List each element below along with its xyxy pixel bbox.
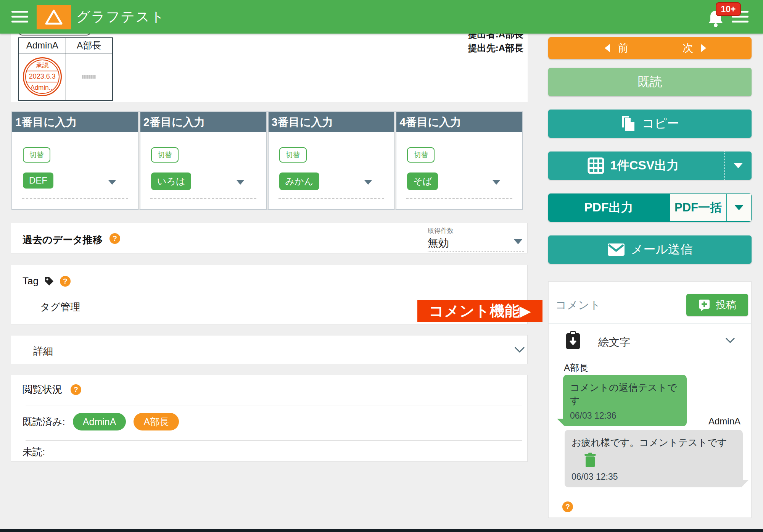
- csv-export-split-button: 1件CSV出力: [548, 152, 752, 180]
- column-header: 1番目に入力: [12, 112, 138, 132]
- select-underline: [278, 198, 385, 199]
- divider: [26, 440, 522, 440]
- column-header: 3番目に入力: [269, 112, 394, 132]
- detail-title: 詳細: [33, 345, 53, 358]
- comment-feature-annotation: コメント機能▶: [417, 300, 542, 322]
- stamp-name: Admin...: [26, 82, 59, 93]
- selected-value-badge[interactable]: いろは: [151, 172, 192, 190]
- approval-stamp-table: AdminA A部長 承認 2023.6.3 Admin...: [18, 37, 113, 101]
- approval-column-header: AdminA: [19, 38, 66, 53]
- dropdown-caret-icon[interactable]: [364, 180, 372, 185]
- read-user-chip[interactable]: A部長: [134, 413, 179, 430]
- comment-author: A部長: [564, 362, 588, 374]
- selected-value-badge[interactable]: DEF: [23, 172, 53, 189]
- read-user-chip[interactable]: AdminA: [73, 413, 126, 430]
- paste-icon[interactable]: [565, 331, 581, 350]
- app-header: グラフテスト 10+: [0, 0, 763, 34]
- comment-section-title: コメント: [555, 298, 601, 313]
- history-title: 過去のデータ推移: [23, 233, 103, 247]
- column-header: 4番目に入力: [396, 112, 522, 132]
- help-icon[interactable]: ?: [71, 384, 81, 395]
- dropdown-caret-icon[interactable]: [493, 180, 500, 185]
- table-grid-icon: [588, 157, 604, 174]
- copy-button[interactable]: コピー: [548, 110, 752, 138]
- view-status-panel: 閲覧状況 ? 既読済み: AdminA A部長 未読:: [11, 375, 528, 462]
- read-users-label: 既読済み:: [23, 415, 65, 429]
- prev-next-nav: 前 次: [548, 37, 752, 59]
- selected-value-badge[interactable]: みかん: [279, 172, 320, 190]
- input-column-1: 1番目に入力 切替 DEF: [12, 112, 138, 210]
- comment-time: 06/03 12:35: [565, 469, 743, 487]
- prev-arrow-icon: [605, 44, 610, 52]
- notification-count-badge[interactable]: 10+: [716, 2, 741, 16]
- tag-manage-link[interactable]: タグ管理: [40, 300, 80, 314]
- send-mail-button[interactable]: メール送信: [548, 235, 752, 264]
- dropdown-caret-icon: [514, 239, 522, 244]
- triangle-logo-icon: [45, 9, 63, 25]
- input-column-3: 3番目に入力 切替 みかん: [268, 112, 395, 210]
- select-underline: [150, 198, 256, 199]
- help-icon[interactable]: ?: [60, 276, 71, 287]
- fetch-count-label: 取得件数: [428, 226, 524, 235]
- destination-label: 提出先:A部長: [374, 41, 523, 55]
- emoji-label: 絵文字: [598, 335, 630, 350]
- select-underline: [22, 198, 128, 199]
- comment-bubble: コメントの返信テストです 06/03 12:36: [563, 375, 687, 426]
- copy-icon: [621, 115, 636, 132]
- chevron-down-icon[interactable]: [514, 346, 525, 353]
- toggle-button[interactable]: 切替: [407, 147, 435, 163]
- next-label: 次: [683, 41, 693, 55]
- selected-value-badge[interactable]: そば: [407, 172, 438, 190]
- approval-empty-cell: [66, 53, 113, 100]
- toggle-button[interactable]: 切替: [151, 147, 179, 163]
- delete-comment-trash-icon[interactable]: [584, 453, 597, 468]
- history-panel: 過去のデータ推移 ? 取得件数 無効: [11, 223, 528, 253]
- input-column-2: 2番目に入力 切替 いろは: [140, 112, 267, 210]
- unread-users-label: 未読:: [23, 445, 45, 459]
- divider: [549, 324, 751, 324]
- pdf-export-button[interactable]: PDF出力: [548, 193, 669, 222]
- send-mail-label: メール送信: [631, 241, 693, 258]
- approval-stamp: 承認 2023.6.3 Admin...: [23, 57, 62, 96]
- csv-export-button[interactable]: 1件CSV出力: [548, 152, 718, 180]
- app-logo[interactable]: [37, 5, 71, 29]
- next-button[interactable]: 次: [683, 37, 706, 59]
- approval-stamp-cell: 承認 2023.6.3 Admin...: [19, 53, 66, 100]
- view-status-title: 閲覧状況: [23, 383, 62, 396]
- next-arrow-icon: [701, 44, 706, 52]
- approval-column-header: A部長: [66, 38, 113, 53]
- select-underline: [406, 198, 512, 199]
- dropdown-caret-icon[interactable]: [237, 180, 244, 185]
- comment-bubble: お疲れ様です。コメントテストです 06/03 12:35: [565, 430, 743, 487]
- tag-icon: [44, 276, 55, 287]
- toggle-button[interactable]: 切替: [279, 147, 307, 163]
- input-columns-table: 1番目に入力 切替 DEF 2番目に入力 切替 いろは 3番目に入力 切替 みか…: [11, 111, 523, 210]
- dropdown-caret-icon: [734, 205, 744, 210]
- help-icon[interactable]: ?: [562, 501, 573, 512]
- help-icon[interactable]: ?: [109, 233, 120, 244]
- comment-text: コメントの返信テストです: [563, 375, 687, 408]
- comment-text: お疲れ様です。コメントテストです: [565, 430, 743, 450]
- detail-panel[interactable]: 詳細: [11, 335, 528, 364]
- chevron-down-icon[interactable]: [725, 337, 735, 343]
- dropdown-caret-icon: [734, 163, 743, 168]
- emoji-toolbar: 絵文字: [549, 330, 751, 353]
- select-underline: [428, 251, 524, 252]
- copy-label: コピー: [642, 115, 679, 132]
- fetch-count-select[interactable]: 取得件数 無効: [428, 226, 524, 250]
- mark-read-button[interactable]: 既読: [548, 68, 752, 96]
- stamp-status: 承認: [26, 60, 59, 71]
- app-title: グラフテスト: [76, 0, 165, 34]
- dropdown-caret-icon[interactable]: [108, 180, 116, 185]
- comment-author: AdminA: [708, 416, 740, 427]
- pdf-dropdown-toggle[interactable]: [726, 193, 752, 222]
- mail-icon: [607, 243, 625, 256]
- comment-section: コメント 投稿 絵文字 A部長 コメントの返信: [548, 281, 752, 518]
- prev-button[interactable]: 前: [605, 37, 628, 59]
- post-comment-button[interactable]: 投稿: [686, 294, 748, 316]
- pdf-batch-button[interactable]: PDF一括: [669, 193, 726, 222]
- csv-dropdown-toggle[interactable]: [724, 152, 752, 180]
- fetch-count-value: 無効: [428, 236, 524, 250]
- menu-hamburger-icon[interactable]: [11, 11, 29, 24]
- toggle-button[interactable]: 切替: [23, 147, 50, 163]
